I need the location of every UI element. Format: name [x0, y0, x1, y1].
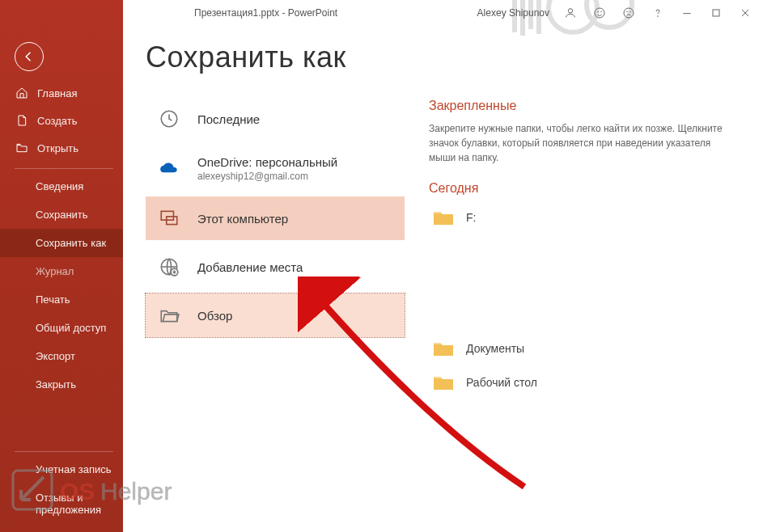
svg-point-8 [598, 11, 599, 12]
sidebar-divider [15, 451, 113, 452]
sidebar-item-home[interactable]: Главная [0, 79, 123, 107]
sidebar-item-open[interactable]: Открыть [0, 134, 123, 162]
location-label: Обзор [197, 309, 232, 323]
sidebar-item-saveas[interactable]: Сохранить как [0, 229, 123, 257]
sidebar-item-share[interactable]: Общий доступ [0, 314, 123, 342]
frown-icon[interactable] [617, 2, 640, 24]
sidebar-divider [15, 168, 113, 169]
location-label: OneDrive: персональный [197, 155, 337, 169]
smile-icon[interactable] [588, 2, 611, 24]
sidebar-item-history[interactable]: Журнал [0, 257, 123, 285]
svg-point-12 [630, 11, 631, 12]
sidebar-item-label: Главная [37, 87, 77, 99]
open-icon [15, 141, 29, 155]
clock-icon [157, 107, 181, 131]
today-title: Сегодня [429, 181, 744, 196]
svg-rect-16 [161, 211, 173, 220]
location-label: Этот компьютер [197, 212, 288, 226]
location-recent[interactable]: Последние [146, 97, 405, 141]
maximize-icon[interactable] [705, 2, 727, 24]
location-sublabel: alexeyship12@gmail.com [197, 171, 337, 182]
main-area: Сохранить как Последние OneDrive: персон… [123, 27, 763, 532]
browse-folder-icon [157, 303, 181, 327]
folder-label: Рабочий стол [466, 376, 537, 389]
folder-item[interactable]: Документы [429, 335, 744, 362]
location-add-place[interactable]: Добавление места [146, 245, 405, 289]
pinned-title: Закрепленные [429, 99, 744, 113]
svg-point-9 [601, 11, 602, 12]
sidebar-item-info[interactable]: Сведения [0, 172, 123, 201]
sidebar-item-new[interactable]: Создать [0, 107, 123, 134]
sidebar-item-feedback[interactable]: Отзывы и предложения [0, 483, 123, 524]
account-icon[interactable] [559, 2, 582, 24]
location-onedrive[interactable]: OneDrive: персональный alexeyship12@gmai… [146, 146, 405, 192]
sidebar-item-label: Создать [37, 115, 77, 127]
sidebar-item-account[interactable]: Учетная запись [0, 455, 123, 483]
folder-item[interactable]: Рабочий стол [429, 369, 744, 396]
folder-icon [432, 340, 455, 357]
back-button[interactable] [15, 42, 44, 71]
sidebar-item-export[interactable]: Экспорт [0, 342, 123, 370]
svg-rect-14 [713, 10, 719, 16]
location-label: Последние [197, 112, 260, 126]
folders-column: Закрепленные Закрепите нужные папки, что… [429, 97, 744, 403]
locations-column: Последние OneDrive: персональный alexeys… [146, 97, 405, 403]
svg-point-10 [624, 8, 634, 18]
new-icon [15, 113, 29, 128]
onedrive-icon [157, 157, 181, 181]
svg-point-6 [568, 9, 572, 13]
svg-point-7 [595, 8, 604, 18]
help-icon[interactable] [646, 2, 669, 24]
add-place-icon [157, 255, 181, 279]
sidebar-item-print[interactable]: Печать [0, 285, 123, 314]
location-browse[interactable]: Обзор [146, 293, 405, 337]
home-icon [15, 86, 29, 100]
folder-item[interactable]: F: [429, 204, 744, 231]
user-name: Alexey Shipunov [477, 7, 549, 19]
pinned-desc: Закрепите нужные папки, чтобы легко найт… [429, 121, 728, 165]
location-label: Добавление места [197, 260, 303, 274]
folder-label: F: [466, 211, 476, 224]
sidebar-item-close[interactable]: Закрыть [0, 370, 123, 399]
svg-point-13 [658, 16, 659, 17]
window-title: Презентация1.pptx - PowerPoint [194, 7, 337, 19]
minimize-icon[interactable] [676, 2, 698, 24]
sidebar-item-save[interactable]: Сохранить [0, 201, 123, 229]
backstage-sidebar: Главная Создать Открыть Сведения Сохрани… [0, 0, 123, 532]
svg-point-11 [627, 11, 628, 12]
sidebar-item-label: Открыть [37, 142, 78, 154]
location-this-pc[interactable]: Этот компьютер [146, 196, 405, 240]
folder-icon [432, 209, 455, 226]
close-icon[interactable] [734, 2, 757, 24]
page-title: Сохранить как [146, 40, 744, 74]
folder-label: Документы [466, 342, 524, 355]
folder-icon [432, 374, 455, 391]
this-pc-icon [157, 206, 181, 230]
